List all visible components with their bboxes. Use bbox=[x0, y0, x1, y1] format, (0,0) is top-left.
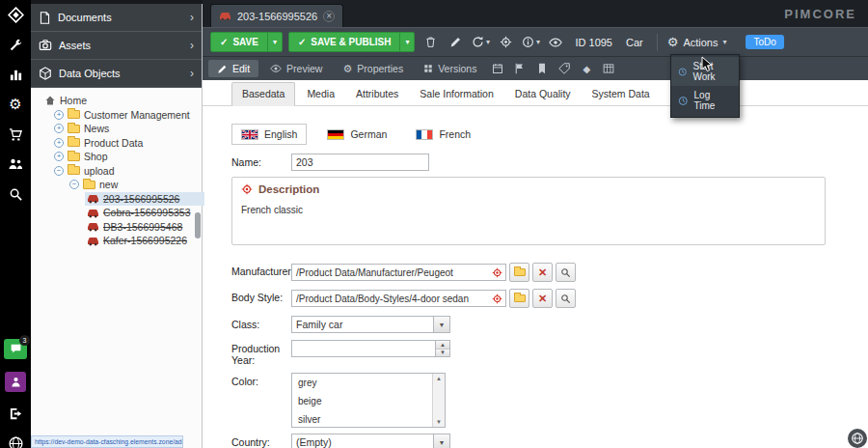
bookmark-icon[interactable] bbox=[532, 63, 552, 74]
browser-status-url: https://dev-demo-data-cfasching.elements… bbox=[31, 435, 183, 448]
tree-item-customer-management[interactable]: + Customer Management bbox=[31, 108, 202, 123]
workflow-icon[interactable]: ◆ bbox=[577, 64, 596, 74]
reports-icon[interactable] bbox=[7, 66, 24, 83]
open-preview-button[interactable] bbox=[546, 33, 565, 52]
tree-item-product-data[interactable]: + Product Data bbox=[31, 136, 202, 151]
expand-icon[interactable]: + bbox=[54, 152, 64, 161]
listbox-scrollbar[interactable]: ▲▼ bbox=[432, 374, 445, 427]
sidebar-section-documents[interactable]: Documents › bbox=[31, 4, 202, 32]
tab-preview[interactable]: Preview bbox=[261, 60, 331, 77]
actions-dropdown-button[interactable]: ⚙ Actions ▾ bbox=[667, 35, 727, 49]
tab-data-quality[interactable]: Data Quality bbox=[505, 83, 581, 105]
spinner-arrows[interactable]: ▲▼ bbox=[435, 341, 449, 356]
lang-tab-french[interactable]: French bbox=[407, 125, 479, 144]
spin-down-icon[interactable]: ▼ bbox=[436, 350, 449, 357]
color-option-silver[interactable]: silver bbox=[292, 410, 445, 428]
tree-item-news[interactable]: + News bbox=[31, 122, 202, 136]
translation-globe-icon[interactable] bbox=[848, 429, 867, 448]
tree-item-shop[interactable]: + Shop bbox=[31, 150, 202, 164]
notes-icon[interactable] bbox=[510, 63, 529, 74]
tab-basedata[interactable]: Basedata bbox=[231, 82, 295, 106]
close-icon[interactable]: × bbox=[323, 11, 335, 22]
tree-label: upload bbox=[84, 165, 115, 177]
collapse-icon[interactable]: − bbox=[69, 180, 79, 189]
color-listbox[interactable]: grey beige silver ▲▼ bbox=[291, 373, 446, 428]
save-publish-button[interactable]: ✓SAVE & PUBLISH ▾ bbox=[288, 32, 416, 52]
customers-icon[interactable] bbox=[7, 155, 24, 173]
tree-item-new[interactable]: − new bbox=[31, 178, 202, 192]
settings-icon[interactable]: ⚙ bbox=[7, 96, 24, 113]
open-folder-button[interactable] bbox=[509, 289, 529, 308]
save-button[interactable]: ✓SAVE ▾ bbox=[210, 32, 283, 52]
logout-icon[interactable] bbox=[7, 405, 24, 422]
name-input[interactable] bbox=[291, 154, 429, 171]
tree-item-cobra[interactable]: Cobra-1566995353 bbox=[31, 206, 202, 220]
expand-icon[interactable]: + bbox=[54, 138, 64, 148]
class-select[interactable]: Family car ▼ bbox=[291, 316, 450, 333]
scroll-down-icon[interactable]: ▼ bbox=[436, 419, 442, 425]
sidebar-section-data-objects[interactable]: Data Objects › bbox=[31, 60, 202, 88]
tab-versions[interactable]: Versions bbox=[415, 60, 485, 77]
delete-button[interactable] bbox=[420, 33, 440, 52]
expand-icon[interactable]: + bbox=[54, 124, 64, 133]
chevron-down-icon[interactable]: ▼ bbox=[433, 317, 449, 332]
menu-item-label: Log Time bbox=[694, 90, 732, 111]
color-option-grey[interactable]: grey bbox=[292, 374, 445, 392]
grid-view-icon[interactable] bbox=[599, 63, 618, 74]
scroll-up-icon[interactable]: ▲ bbox=[436, 376, 442, 381]
uk-flag-icon bbox=[241, 129, 258, 140]
save-publish-dropdown-caret[interactable]: ▾ bbox=[399, 33, 414, 51]
tools-icon[interactable] bbox=[7, 36, 24, 53]
tree-item-203[interactable]: 203-1566995526 bbox=[31, 192, 202, 207]
pimcore-logo-icon[interactable] bbox=[7, 6, 24, 23]
tab-attributes[interactable]: Attributes bbox=[346, 83, 408, 105]
chevron-down-icon[interactable]: ▼ bbox=[433, 434, 449, 448]
color-option-beige[interactable]: beige bbox=[292, 392, 445, 410]
open-folder-button[interactable] bbox=[509, 263, 529, 282]
tree-item-home[interactable]: Home bbox=[31, 94, 202, 108]
tree-item-upload[interactable]: − upload bbox=[31, 164, 202, 179]
collapse-icon[interactable]: − bbox=[54, 166, 64, 176]
remove-relation-button[interactable]: ✕ bbox=[532, 289, 553, 308]
ecommerce-icon[interactable] bbox=[7, 126, 24, 143]
search-relation-button[interactable] bbox=[556, 289, 576, 308]
locate-in-tree-button[interactable] bbox=[496, 33, 515, 52]
todo-status-badge: ToDo bbox=[746, 35, 783, 49]
country-select[interactable]: (Empty) ▼ bbox=[291, 434, 450, 448]
top-strip bbox=[31, 0, 203, 4]
tree-label: Product Data bbox=[84, 137, 143, 149]
reload-button[interactable]: ▾ bbox=[471, 33, 490, 52]
production-year-stepper[interactable]: ▲▼ bbox=[291, 340, 450, 357]
lang-tab-german[interactable]: German bbox=[318, 125, 395, 144]
body-style-input[interactable]: /Product Data/Body-Styles/4-door sedan bbox=[291, 290, 506, 307]
sidebar-section-assets[interactable]: Assets › bbox=[31, 32, 202, 60]
search-icon[interactable] bbox=[7, 185, 24, 203]
document-tab-bar: 203-1566995526 × PIMCORE bbox=[203, 0, 868, 27]
tab-edit[interactable]: Edit bbox=[208, 60, 258, 77]
tab-object-203[interactable]: 203-1566995526 × bbox=[210, 4, 343, 27]
schedule-icon[interactable] bbox=[488, 63, 507, 74]
tab-properties[interactable]: ⚙ Properties bbox=[334, 60, 412, 78]
description-editor[interactable]: French classic bbox=[232, 197, 825, 244]
info-button[interactable]: ▾ bbox=[521, 33, 540, 52]
tab-media[interactable]: Media bbox=[297, 83, 344, 105]
profile-icon[interactable] bbox=[5, 372, 26, 392]
tag-icon[interactable] bbox=[555, 63, 574, 74]
remove-relation-button[interactable]: ✕ bbox=[532, 263, 553, 282]
save-dropdown-caret[interactable]: ▾ bbox=[267, 33, 282, 51]
lang-tab-english[interactable]: English bbox=[231, 124, 307, 145]
tab-sale-information[interactable]: Sale Information bbox=[410, 83, 502, 105]
chat-icon[interactable]: 3 bbox=[4, 339, 27, 359]
tree-item-kafer[interactable]: Kafer-1566995226 bbox=[31, 234, 202, 248]
rename-button[interactable] bbox=[446, 33, 465, 52]
menu-item-log-time[interactable]: Log Time bbox=[671, 86, 739, 115]
expand-icon[interactable]: + bbox=[54, 110, 64, 120]
search-relation-button[interactable] bbox=[556, 263, 576, 282]
globe-icon[interactable] bbox=[7, 434, 24, 448]
tab-system-data[interactable]: System Data bbox=[583, 83, 660, 105]
tree-scrollbar[interactable] bbox=[195, 212, 201, 238]
delete-x-icon: ✕ bbox=[538, 294, 547, 304]
tree-item-db3[interactable]: DB3-1566995468 bbox=[31, 220, 202, 235]
manufacturer-input[interactable]: /Product Data/Manufacturer/Peugeot bbox=[291, 264, 506, 281]
spin-up-icon[interactable]: ▲ bbox=[436, 341, 449, 350]
